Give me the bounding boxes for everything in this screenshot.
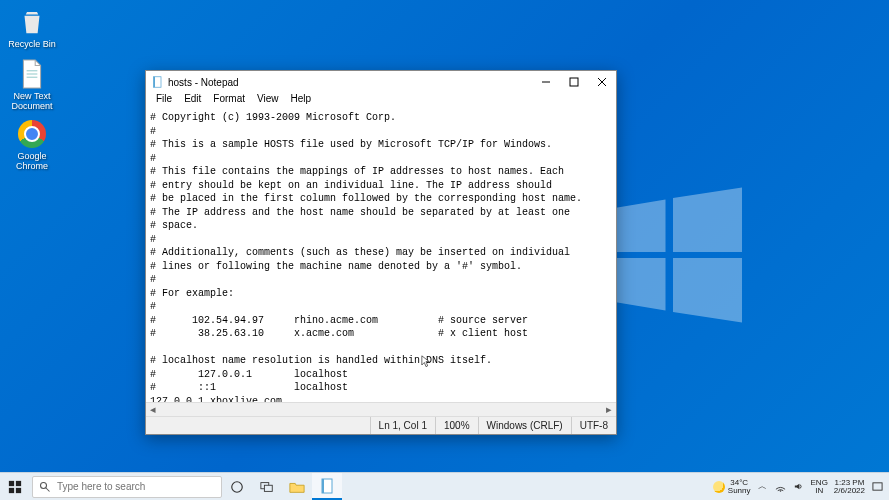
scroll-left-icon[interactable]: ◂ (146, 403, 160, 417)
svg-rect-8 (154, 77, 156, 88)
taskbar-app-explorer[interactable] (282, 473, 312, 500)
menu-format[interactable]: Format (207, 93, 251, 109)
chevron-up-icon[interactable]: ︿ (757, 481, 769, 493)
svg-point-24 (780, 490, 781, 491)
close-button[interactable] (588, 71, 616, 93)
taskbar-app-notepad[interactable] (312, 473, 342, 500)
svg-rect-14 (16, 480, 21, 485)
clock[interactable]: 1:23 PM 2/6/2022 (834, 479, 865, 495)
desktop-icon-label: New Text Document (6, 92, 58, 112)
status-encoding: UTF-8 (571, 417, 616, 434)
search-icon (39, 481, 51, 493)
svg-rect-15 (9, 487, 14, 492)
text-editor-area[interactable]: # Copyright (c) 1993-2009 Microsoft Corp… (146, 109, 616, 402)
maximize-button[interactable] (560, 71, 588, 93)
desktop-icon-chrome[interactable]: Google Chrome (6, 118, 58, 172)
notifications-icon[interactable] (871, 481, 883, 493)
desktop-icon-label: Recycle Bin (6, 40, 58, 50)
weather-cond: Sunny (728, 487, 751, 495)
svg-line-18 (46, 487, 50, 491)
recycle-bin-icon (16, 6, 48, 38)
volume-icon[interactable] (793, 481, 805, 493)
title-bar[interactable]: hosts - Notepad (146, 71, 616, 93)
cortana-button[interactable] (222, 473, 252, 500)
menu-help[interactable]: Help (285, 93, 318, 109)
svg-rect-10 (570, 78, 578, 86)
minimize-button[interactable] (532, 71, 560, 93)
lang-secondary: IN (815, 487, 823, 495)
desktop-icon-recycle-bin[interactable]: Recycle Bin (6, 6, 58, 50)
task-view-button[interactable] (252, 473, 282, 500)
language-indicator[interactable]: ENG IN (811, 479, 828, 495)
horizontal-scrollbar[interactable]: ◂ ▸ (146, 402, 616, 416)
desktop-icon-label: Google Chrome (6, 152, 58, 172)
status-position: Ln 1, Col 1 (370, 417, 435, 434)
scroll-right-icon[interactable]: ▸ (602, 403, 616, 417)
menu-edit[interactable]: Edit (178, 93, 207, 109)
status-zoom: 100% (435, 417, 478, 434)
desktop-icon-new-text-document[interactable]: New Text Document (6, 58, 58, 112)
desktop: Recycle Bin New Text Document Google Chr… (0, 0, 889, 500)
svg-rect-23 (322, 479, 324, 493)
status-bar: Ln 1, Col 1 100% Windows (CRLF) UTF-8 (146, 416, 616, 434)
document-icon (16, 58, 48, 90)
svg-rect-25 (872, 483, 881, 490)
search-input[interactable] (57, 481, 215, 492)
mouse-cursor-icon (421, 355, 431, 369)
menu-bar: File Edit Format View Help (146, 93, 616, 109)
svg-point-19 (232, 481, 243, 492)
start-button[interactable] (0, 473, 30, 500)
system-tray: 34°C Sunny ︿ ENG IN 1:23 PM 2/6/2022 (713, 473, 889, 500)
svg-rect-13 (9, 480, 14, 485)
notepad-icon (152, 76, 164, 88)
sun-icon (713, 481, 725, 493)
clock-date: 2/6/2022 (834, 487, 865, 495)
weather-widget[interactable]: 34°C Sunny (713, 479, 751, 495)
notepad-window: hosts - Notepad File Edit Format View He… (145, 70, 617, 435)
chrome-icon (16, 118, 48, 150)
network-icon[interactable] (775, 481, 787, 493)
svg-point-17 (41, 482, 47, 488)
svg-rect-21 (264, 485, 272, 491)
taskbar-search[interactable] (32, 476, 222, 498)
status-line-ending: Windows (CRLF) (478, 417, 571, 434)
window-title: hosts - Notepad (168, 77, 532, 88)
menu-view[interactable]: View (251, 93, 285, 109)
menu-file[interactable]: File (150, 93, 178, 109)
taskbar: 34°C Sunny ︿ ENG IN 1:23 PM 2/6/2022 (0, 472, 889, 500)
svg-marker-3 (673, 258, 742, 323)
svg-marker-1 (673, 188, 742, 253)
svg-rect-16 (16, 487, 21, 492)
